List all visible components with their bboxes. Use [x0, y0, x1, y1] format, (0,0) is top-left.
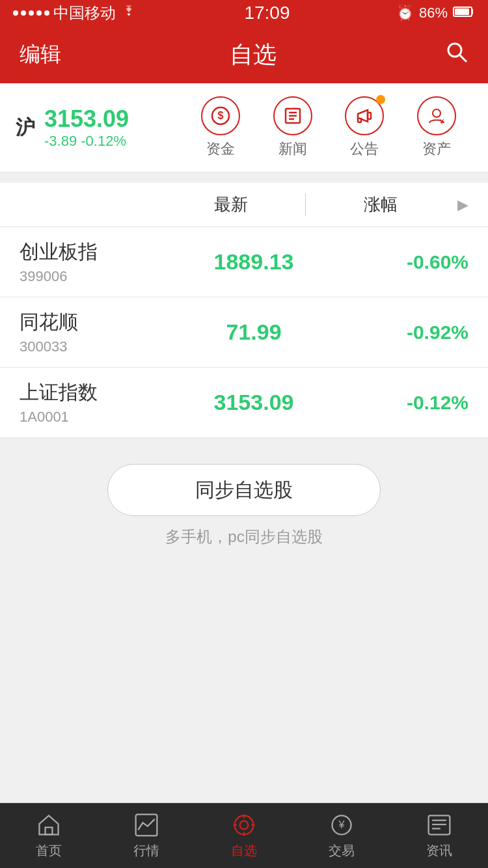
svg-text:$: $: [218, 110, 224, 121]
stock-code-2: 300033: [20, 338, 182, 355]
stock-row[interactable]: 上证指数 1A0001 3153.09 -0.12%: [0, 368, 488, 438]
announcement-badge: [376, 95, 385, 104]
nav-item-trade[interactable]: ¥ 交易: [316, 807, 368, 865]
sync-description: 多手机，pc同步自选股: [165, 526, 322, 547]
battery-icon: [453, 5, 475, 21]
svg-rect-10: [368, 113, 371, 119]
stock-price-3: 3153.09: [182, 390, 325, 415]
stock-price-1: 1889.13: [182, 249, 325, 275]
news-icon-circle: [273, 96, 312, 135]
svg-rect-1: [455, 8, 469, 15]
signal-area: 中国移动: [13, 3, 138, 23]
stock-change-1: -0.60%: [325, 251, 468, 273]
announcement-label: 公告: [350, 139, 379, 159]
signal-dots: [13, 10, 49, 16]
stock-list: 创业板指 399006 1889.13 -0.60% 同花顺 300033 71…: [0, 227, 488, 438]
sync-area: 同步自选股 多手机，pc同步自选股: [0, 438, 488, 560]
stock-name-3: 上证指数: [20, 379, 182, 406]
nav-item-watchlist[interactable]: 自选: [218, 807, 270, 865]
app-header: 编辑 自选: [0, 26, 488, 83]
stock-row[interactable]: 同花顺 300033 71.99 -0.92%: [0, 297, 488, 368]
sync-button[interactable]: 同步自选股: [107, 464, 381, 516]
col-change-header: 涨幅: [306, 193, 449, 216]
page-title: 自选: [230, 39, 277, 71]
alarm-icon: ⏰: [396, 5, 414, 21]
nav-label-trade: 交易: [329, 842, 355, 860]
nav-item-news[interactable]: 资讯: [413, 807, 465, 865]
assets-label: 资产: [422, 139, 451, 159]
quick-icon-funds[interactable]: $ 资金: [201, 96, 240, 159]
nav-label-market: 行情: [133, 842, 159, 860]
svg-point-16: [240, 821, 249, 830]
index-change: -3.89 -0.12%: [44, 133, 129, 150]
search-button[interactable]: [445, 40, 468, 69]
market-index[interactable]: 沪 3153.09 -3.89 -0.12%: [16, 105, 172, 150]
nav-label-watchlist: 自选: [231, 842, 257, 860]
stock-info-2: 同花顺 300033: [20, 309, 182, 355]
stock-row[interactable]: 创业板指 399006 1889.13 -0.60%: [0, 227, 488, 297]
nav-item-market[interactable]: 行情: [120, 807, 172, 865]
stock-code-1: 399006: [20, 268, 182, 285]
svg-rect-13: [46, 828, 53, 835]
quick-icon-news[interactable]: 新闻: [273, 96, 312, 159]
funds-label: 资金: [206, 139, 235, 159]
nav-label-news: 资讯: [426, 842, 452, 860]
table-header: 最新 涨幅 ▶: [0, 183, 488, 227]
stock-change-2: -0.92%: [325, 321, 468, 344]
nav-item-home[interactable]: 首页: [23, 807, 75, 865]
quick-icon-assets[interactable]: ¥ 资产: [417, 96, 456, 159]
news-label: 新闻: [278, 139, 307, 159]
col-latest-header: 最新: [163, 193, 306, 216]
announcement-icon-circle: [345, 96, 384, 135]
status-bar: 中国移动 17:09 ⏰ 86%: [0, 0, 488, 26]
svg-point-2: [448, 44, 461, 57]
market-bar: 沪 3153.09 -3.89 -0.12% $ 资金: [0, 83, 488, 172]
bottom-nav: 首页 行情 自选 ¥ 交易: [0, 803, 488, 868]
svg-text:¥: ¥: [338, 819, 345, 830]
index-label: 沪: [16, 115, 35, 141]
battery-area: ⏰ 86%: [396, 5, 475, 21]
wifi-icon: [120, 4, 138, 22]
quick-icons: $ 资金 新闻: [172, 96, 472, 159]
status-time: 17:09: [244, 3, 290, 23]
quick-icon-announcement[interactable]: 公告: [345, 96, 384, 159]
svg-line-3: [460, 55, 467, 62]
battery-percent: 86%: [419, 5, 448, 21]
col-arrow-header[interactable]: ▶: [449, 197, 468, 213]
stock-info-3: 上证指数 1A0001: [20, 379, 182, 426]
stock-name-2: 同花顺: [20, 309, 182, 336]
edit-button[interactable]: 编辑: [20, 40, 61, 69]
svg-point-15: [234, 815, 253, 834]
stock-info-1: 创业板指 399006: [20, 239, 182, 285]
svg-text:¥: ¥: [439, 118, 444, 126]
assets-icon-circle: ¥: [417, 96, 456, 135]
svg-point-11: [433, 109, 441, 117]
index-values: 3153.09 -3.89 -0.12%: [44, 105, 129, 150]
stock-change-3: -0.12%: [325, 392, 468, 414]
index-price: 3153.09: [44, 105, 129, 133]
nav-label-home: 首页: [36, 842, 62, 860]
carrier-name: 中国移动: [53, 3, 116, 23]
stock-price-2: 71.99: [182, 319, 325, 345]
stock-name-1: 创业板指: [20, 239, 182, 265]
funds-icon-circle: $: [201, 96, 240, 135]
stock-code-3: 1A0001: [20, 409, 182, 426]
